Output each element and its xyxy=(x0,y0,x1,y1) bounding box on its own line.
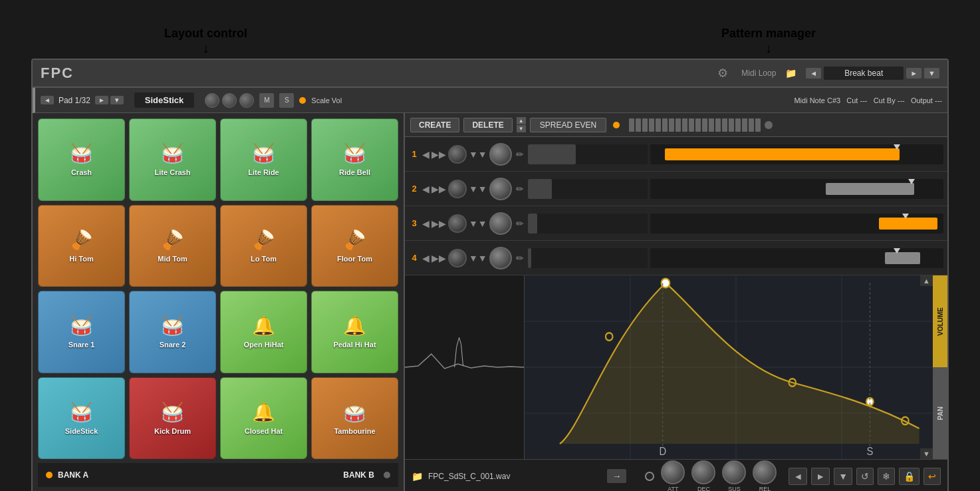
row-3-knob2[interactable] xyxy=(489,212,512,235)
pad-tambourine[interactable]: 🥁 Tambourine xyxy=(311,377,398,460)
dropdown-btn[interactable]: ▼ xyxy=(834,468,852,485)
step-btn-18 xyxy=(742,118,747,132)
row-4-pencil-icon[interactable]: ✏ xyxy=(516,253,524,263)
m-button[interactable]: M xyxy=(259,93,274,108)
step-btn-9 xyxy=(682,118,687,132)
pad-mid-tom[interactable]: 🪘 Mid Tom xyxy=(129,205,216,287)
row-1-tri-left[interactable]: ◀ xyxy=(422,149,429,160)
dec-knob[interactable] xyxy=(691,460,715,484)
row-3-tri-down[interactable]: ▼▼ xyxy=(469,218,487,229)
row-4-tri-down[interactable]: ▼▼ xyxy=(469,253,487,263)
pattern-dropdown-btn[interactable]: ▼ xyxy=(924,68,939,79)
pad-ride-bell[interactable]: 🥁 Ride Bell xyxy=(311,118,398,201)
row-3-tri-left[interactable]: ◀ xyxy=(422,218,429,229)
row-3-knob1[interactable] xyxy=(448,214,467,233)
row-2-tri-down[interactable]: ▼▼ xyxy=(469,184,487,194)
pad-prev-btn[interactable]: ◄ xyxy=(41,96,54,104)
pad-lite-ride[interactable]: 🥁 Lite Ride xyxy=(220,118,307,201)
pad-lite-crash[interactable]: 🥁 Lite Crash xyxy=(129,118,216,201)
pattern-manager-annotation: Pattern manager xyxy=(721,27,816,40)
delete-btn[interactable]: DELETE xyxy=(463,118,512,132)
att-knob[interactable] xyxy=(661,460,685,484)
pad-dropdown-btn[interactable]: ▼ xyxy=(110,96,124,104)
row-4-pattern[interactable] xyxy=(650,248,943,268)
row-1-knob1[interactable] xyxy=(448,145,467,164)
pad-floor-tom[interactable]: 🪘 Floor Tom xyxy=(311,205,398,287)
create-btn[interactable]: CREATE xyxy=(410,118,459,132)
chevron-left-btn[interactable]: ◄ xyxy=(789,468,807,485)
bank-b-indicator xyxy=(384,472,390,478)
pad-closed-hat[interactable]: 🔔 Closed Hat xyxy=(220,377,307,460)
row-3-pattern[interactable] xyxy=(650,214,943,234)
pad-hi-tom[interactable]: 🪘 Hi Tom xyxy=(38,205,125,287)
row-3-slider[interactable] xyxy=(528,214,648,234)
pan-knob[interactable] xyxy=(222,93,237,108)
step-btn-8 xyxy=(675,118,681,132)
dec-knob-wrap: DEC xyxy=(691,460,715,492)
row-2-pattern[interactable] xyxy=(650,179,943,199)
row-1-knobs: ◀ ▶▶ ▼▼ xyxy=(422,143,512,166)
file-arrow-btn[interactable]: → xyxy=(607,469,626,483)
pad-sidestick[interactable]: 🥁 SideStick xyxy=(38,377,125,460)
pitch-knob[interactable] xyxy=(239,93,254,108)
spread-even-btn[interactable]: SPREAD EVEN xyxy=(530,118,606,132)
row-2-slider[interactable] xyxy=(528,179,648,199)
pad-snare2[interactable]: 🥁 Snare 2 xyxy=(129,291,216,373)
folder-icon[interactable]: 📁 xyxy=(785,68,796,79)
pad-kick-drum[interactable]: 🥁 Kick Drum xyxy=(129,377,216,460)
env-scroll-up-btn[interactable]: ▲ xyxy=(920,275,933,286)
row-2-knob1[interactable] xyxy=(448,180,467,198)
gear-icon[interactable]: ⚙ xyxy=(717,66,728,81)
bottom-controls: ◄ ► ▼ ↺ ❄ 🔒 ↩ xyxy=(789,468,941,485)
sort-down-btn[interactable]: ▼ xyxy=(517,125,526,132)
bank-a-label[interactable]: BANK A xyxy=(58,470,88,480)
pattern-prev-btn[interactable]: ◄ xyxy=(806,68,821,79)
row-1-slider[interactable] xyxy=(528,144,648,164)
row-4-slider[interactable] xyxy=(528,248,648,268)
pan-tab[interactable]: PAN xyxy=(933,367,947,459)
row-3-tri-right[interactable]: ▶▶ xyxy=(431,218,446,229)
lock-btn[interactable]: 🔒 xyxy=(899,468,919,485)
pad-crash[interactable]: 🥁 Crash xyxy=(38,118,125,201)
row-1-pencil-icon[interactable]: ✏ xyxy=(516,149,524,160)
env-scroll-down-btn[interactable]: ▼ xyxy=(920,448,933,459)
rel-knob[interactable] xyxy=(753,460,777,484)
svg-text:S: S xyxy=(866,446,873,458)
volume-knob[interactable] xyxy=(205,93,219,108)
row-1-tri-right[interactable]: ▶▶ xyxy=(431,149,446,160)
return-btn[interactable]: ↩ xyxy=(923,468,941,485)
row-2-tri-right[interactable]: ▶▶ xyxy=(431,184,446,194)
row-4-bar xyxy=(885,252,920,264)
row-4-tri-left[interactable]: ◀ xyxy=(422,253,429,263)
row-4-knob2[interactable] xyxy=(489,247,512,269)
row-2-knob2[interactable] xyxy=(489,178,512,200)
row-3-pencil-icon[interactable]: ✏ xyxy=(516,218,524,229)
pad-snare1[interactable]: 🥁 Snare 1 xyxy=(38,291,125,373)
pad-lo-tom[interactable]: 🪘 Lo Tom xyxy=(220,205,307,287)
row-2-pencil-icon[interactable]: ✏ xyxy=(516,184,524,194)
refresh-btn[interactable]: ↺ xyxy=(856,468,874,485)
bank-b-label[interactable]: BANK B xyxy=(343,470,374,480)
seq-row-1: 1 ◀ ▶▶ ▼▼ ✏ xyxy=(405,137,947,172)
step-btn-4 xyxy=(649,118,654,132)
sidestick-icon: 🥁 xyxy=(70,401,93,423)
volume-tab[interactable]: VOLUME xyxy=(933,275,947,367)
sus-knob[interactable] xyxy=(722,460,746,484)
row-2-number: 2 xyxy=(409,184,420,194)
s-button[interactable]: S xyxy=(279,93,294,108)
sort-up-btn[interactable]: ▲ xyxy=(517,117,526,124)
snowflake-btn[interactable]: ❄ xyxy=(878,468,895,485)
pad-pedal-hihat[interactable]: 🔔 Pedal Hi Hat xyxy=(311,291,398,373)
pad-next-btn[interactable]: ► xyxy=(95,96,108,104)
pattern-next-btn[interactable]: ► xyxy=(906,68,921,79)
lo-tom-label: Lo Tom xyxy=(251,255,277,263)
row-1-knob2[interactable] xyxy=(489,143,512,166)
file-icon[interactable]: 📁 xyxy=(412,471,423,482)
pad-open-hihat[interactable]: 🔔 Open HiHat xyxy=(220,291,307,373)
row-1-pattern[interactable] xyxy=(650,144,943,164)
row-4-knob1[interactable] xyxy=(448,249,467,267)
row-4-tri-right[interactable]: ▶▶ xyxy=(431,253,446,263)
row-1-tri-down[interactable]: ▼▼ xyxy=(469,149,487,160)
row-2-tri-left[interactable]: ◀ xyxy=(422,184,429,194)
chevron-right-btn[interactable]: ► xyxy=(811,468,830,485)
